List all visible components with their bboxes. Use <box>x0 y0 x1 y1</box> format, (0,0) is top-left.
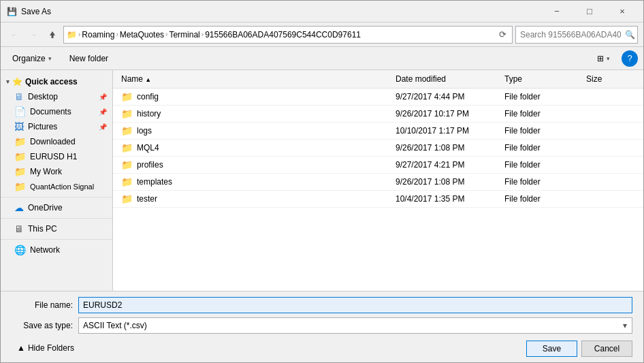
sidebar-label-onedrive: OneDrive <box>28 203 63 212</box>
sidebar-label-pictures: Pictures <box>28 122 57 131</box>
sidebar-item-network[interactable]: 🌐 Network <box>1 242 112 257</box>
file-size-cell <box>583 95 638 98</box>
sidebar-label-this-pc: This PC <box>28 224 57 234</box>
address-bar[interactable]: 📁 › Roaming › MetaQuotes › Terminal › 91… <box>63 26 513 44</box>
table-row[interactable]: 📁 profiles 9/27/2017 4:21 PM File folder <box>113 157 643 174</box>
hide-folders-bar[interactable]: ▲ Hide Folders <box>12 341 80 354</box>
quantaction-signal-icon: 📁 <box>14 181 26 192</box>
path-segment-metaquotes[interactable]: MetaQuotes <box>120 30 164 40</box>
saveas-select[interactable]: ASCII Text (*.csv)CSV (Comma delimited) … <box>78 317 632 334</box>
sidebar-label-downloaded: Downloaded <box>30 137 76 146</box>
file-name-cell: 📁 history <box>118 107 393 121</box>
file-name-cell: 📁 logs <box>118 124 393 138</box>
sidebar-item-documents[interactable]: 📄 Documents 📌 <box>1 104 112 119</box>
path-segment-roaming[interactable]: Roaming <box>82 30 114 40</box>
navigation-toolbar: ← → 📁 › Roaming › MetaQuotes › Terminal … <box>1 22 643 47</box>
path-segment-id[interactable]: 915566BA06ADA407569C544CC0D97611 <box>205 30 361 40</box>
file-size-cell <box>583 129 638 132</box>
sidebar-item-desktop[interactable]: 🖥 Desktop 📌 <box>1 89 112 104</box>
onedrive-icon: ☁ <box>14 202 24 213</box>
file-type-cell: File folder <box>502 142 583 154</box>
file-name-cell: 📁 MQL4 <box>118 141 393 155</box>
forward-button[interactable]: → <box>25 27 42 43</box>
file-date-cell: 9/27/2017 4:44 PM <box>393 91 502 103</box>
sidebar-item-my-work[interactable]: 📁 My Work <box>1 164 112 179</box>
view-button[interactable]: ⊞ ▾ <box>591 51 616 66</box>
table-row[interactable]: 📁 config 9/27/2017 4:44 PM File folder <box>113 89 643 106</box>
pin-icon-desktop: 📌 <box>99 93 107 101</box>
hide-folders-text: Hide Folders <box>28 343 74 353</box>
pictures-icon: 🖼 <box>14 121 24 132</box>
cancel-button[interactable]: Cancel <box>581 341 632 357</box>
sidebar-section-quick-access[interactable]: ▾ ⭐ Quick access <box>1 73 112 89</box>
address-refresh-button[interactable]: ⟳ <box>496 28 509 42</box>
sidebar-label-documents: Documents <box>30 107 71 116</box>
minimize-button[interactable]: − <box>541 1 573 22</box>
sidebar-divider-2 <box>1 218 112 219</box>
file-size-cell <box>583 112 638 115</box>
sidebar-divider-1 <box>1 197 112 198</box>
hide-folders-chevron: ▲ <box>17 343 25 353</box>
eurusd-h1-icon: 📁 <box>14 151 26 162</box>
sidebar-item-downloaded[interactable]: 📁 Downloaded <box>1 134 112 149</box>
file-type-cell: File folder <box>502 125 583 137</box>
col-name[interactable]: Name ▲ <box>118 73 393 85</box>
file-type-cell: File folder <box>502 193 583 205</box>
folder-icon: 📁 <box>121 108 133 119</box>
my-work-icon: 📁 <box>14 166 26 177</box>
search-wrapper: 🔍 <box>515 26 638 44</box>
documents-icon: 📄 <box>14 106 26 117</box>
file-name-cell: 📁 templates <box>118 175 393 189</box>
table-row[interactable]: 📁 MQL4 9/26/2017 1:08 PM File folder <box>113 140 643 157</box>
filename-input[interactable] <box>78 297 632 313</box>
quick-access-text: Quick access <box>25 77 78 86</box>
file-type-cell: File folder <box>502 108 583 120</box>
file-date-cell: 9/26/2017 1:08 PM <box>393 176 502 188</box>
sidebar-label-eurusd-h1: EURUSD H1 <box>30 152 77 161</box>
sidebar-item-onedrive[interactable]: ☁ OneDrive <box>1 200 112 215</box>
close-button[interactable]: × <box>607 1 638 22</box>
back-button[interactable]: ← <box>6 27 22 43</box>
maximize-button[interactable]: □ <box>574 1 605 22</box>
sidebar-item-this-pc[interactable]: 🖥 This PC <box>1 221 112 236</box>
search-button[interactable]: 🔍 <box>625 30 635 40</box>
main-section: Organize ▾ New folder ⊞ ▾ ? ▾ ⭐ Quick ac… <box>1 47 643 291</box>
organize-arrow: ▾ <box>48 55 52 62</box>
save-as-dialog: 💾 Save As − □ × ← → 📁 › Roaming › MetaQu… <box>0 0 644 363</box>
file-type-cell: File folder <box>502 176 583 188</box>
sidebar-item-quantaction-signal[interactable]: 📁 QuantAction Signal <box>1 179 112 194</box>
pin-icon-pictures: 📌 <box>99 123 107 131</box>
table-row[interactable]: 📁 templates 9/26/2017 1:08 PM File folde… <box>113 174 643 191</box>
saveas-label: Save as type: <box>12 321 73 330</box>
file-date-cell: 9/26/2017 10:17 PM <box>393 108 502 120</box>
path-segment-terminal[interactable]: Terminal <box>169 30 199 40</box>
sidebar-label-network: Network <box>30 245 60 255</box>
file-date-cell: 10/4/2017 1:35 PM <box>393 193 502 205</box>
folder-icon: 📁 <box>121 125 133 136</box>
saveas-row: Save as type: ASCII Text (*.csv)CSV (Com… <box>12 317 632 334</box>
table-row[interactable]: 📁 tester 10/4/2017 1:35 PM File folder <box>113 191 643 208</box>
sidebar-item-pictures[interactable]: 🖼 Pictures 📌 <box>1 119 112 134</box>
folder-icon: 📁 <box>121 193 133 204</box>
sidebar-label-my-work: My Work <box>30 167 62 176</box>
sidebar-item-eurusd-h1[interactable]: 📁 EURUSD H1 <box>1 149 112 164</box>
file-size-cell <box>583 146 638 149</box>
col-type[interactable]: Type <box>502 73 583 85</box>
footer-buttons: Save Cancel <box>526 341 632 357</box>
search-input[interactable] <box>515 26 638 44</box>
organize-button[interactable]: Organize ▾ <box>6 51 58 66</box>
col-date-modified[interactable]: Date modified <box>393 73 502 85</box>
quick-access-chevron: ▾ <box>6 78 10 85</box>
table-row[interactable]: 📁 history 9/26/2017 10:17 PM File folder <box>113 106 643 123</box>
save-button[interactable]: Save <box>526 341 577 357</box>
up-button[interactable] <box>44 27 61 43</box>
saveas-select-wrapper: ASCII Text (*.csv)CSV (Comma delimited) … <box>78 317 632 334</box>
file-type-cell: File folder <box>502 91 583 103</box>
col-size[interactable]: Size <box>583 73 638 85</box>
sidebar: ▾ ⭐ Quick access 🖥 Desktop 📌 📄 Documents… <box>1 70 113 291</box>
network-icon: 🌐 <box>14 244 26 255</box>
help-button[interactable]: ? <box>622 50 638 67</box>
title-bar: 💾 Save As − □ × <box>1 1 643 22</box>
table-row[interactable]: 📁 logs 10/10/2017 1:17 PM File folder <box>113 123 643 140</box>
new-folder-button[interactable]: New folder <box>63 51 114 66</box>
